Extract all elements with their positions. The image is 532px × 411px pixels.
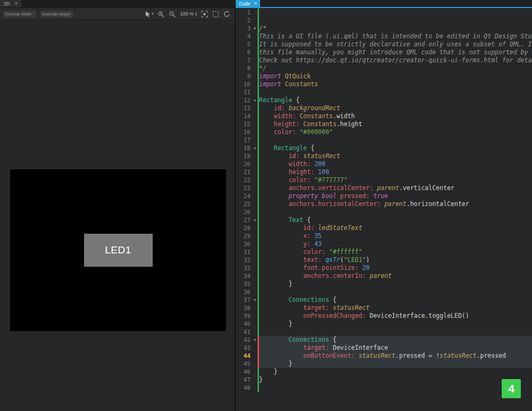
gutter-row[interactable]: 30 [236, 240, 259, 248]
code-line[interactable]: Rectangle { [259, 144, 532, 152]
line-number[interactable]: 6 [236, 49, 252, 56]
gutter-row[interactable]: 43 [236, 344, 259, 352]
line-number[interactable]: 18 [236, 145, 252, 152]
select-tool-button[interactable]: ▾ [145, 10, 154, 18]
gutter-row[interactable]: 5 [236, 40, 259, 48]
code-line[interactable]: anchors.centerIn: parent [259, 272, 532, 280]
code-line[interactable]: */ [259, 64, 532, 72]
code-line[interactable]: target: DeviceInterface [259, 344, 532, 352]
code-line[interactable] [259, 208, 532, 216]
code-line[interactable]: Connections { [259, 296, 532, 304]
code-line[interactable]: Connections { [259, 336, 532, 344]
line-number[interactable]: 4 [236, 33, 252, 40]
code-line[interactable]: width: Constants.width [259, 112, 532, 120]
gutter-row[interactable]: 44 [236, 352, 259, 360]
code-line[interactable]: color: "#ffffff" [259, 248, 532, 256]
gutter-row[interactable]: 42▾ [236, 336, 259, 344]
line-number[interactable]: 43 [236, 344, 252, 351]
line-number[interactable]: 22 [236, 177, 252, 184]
form-editor-canvas[interactable]: LED1 [0, 20, 235, 411]
line-number[interactable]: 23 [236, 185, 252, 192]
gutter-row[interactable]: 17 [236, 136, 259, 144]
line-number[interactable]: 5 [236, 41, 252, 48]
gutter-row[interactable]: 18▾ [236, 144, 259, 152]
background-rect[interactable]: LED1 [10, 169, 226, 331]
gutter-row[interactable]: 29 [236, 232, 259, 240]
gutter-row[interactable]: 25 [236, 200, 259, 208]
code-line[interactable] [259, 136, 532, 144]
code-line[interactable]: import Constants [259, 80, 532, 88]
gutter-row[interactable]: 45 [236, 360, 259, 368]
gutter-row[interactable]: 46 [236, 368, 259, 376]
line-number[interactable]: 48 [236, 384, 252, 391]
line-number[interactable]: 32 [236, 257, 252, 264]
gutter-row[interactable]: 37▾ [236, 296, 259, 304]
line-number[interactable]: 20 [236, 161, 252, 168]
gutter-row[interactable]: 32 [236, 256, 259, 264]
tab-code-close-icon[interactable]: × [254, 1, 257, 6]
zoom-in-button[interactable] [157, 10, 164, 18]
gutter-row[interactable]: 8 [236, 64, 259, 72]
zoom-selection-button[interactable] [212, 10, 219, 18]
code-line[interactable]: This is a UI file (.ui.qml) that is inte… [259, 32, 532, 40]
gutter-row[interactable]: 9 [236, 72, 259, 80]
gutter-row[interactable]: 1 [236, 9, 259, 17]
code-line[interactable]: } [259, 368, 532, 376]
gutter-row[interactable]: 27▾ [236, 216, 259, 224]
gutter-row[interactable]: 36 [236, 288, 259, 296]
gutter-row[interactable]: 40 [236, 320, 259, 328]
line-number[interactable]: 19 [236, 153, 252, 160]
code-line[interactable]: /* [259, 24, 532, 32]
line-number[interactable]: 13 [236, 105, 252, 112]
code-line[interactable] [259, 288, 532, 296]
code-line[interactable] [259, 9, 532, 17]
line-number[interactable]: 39 [236, 313, 252, 319]
code-line[interactable]: property bool pressed: true [259, 192, 532, 200]
gutter-row[interactable]: 6 [236, 48, 259, 56]
gutter-row[interactable]: 16 [236, 128, 259, 136]
gutter-row[interactable]: 39 [236, 312, 259, 320]
code-line[interactable]: onPressedChanged: DeviceInterface.toggle… [259, 312, 532, 320]
zoom-level-select[interactable]: 100 % ▴▾ [180, 11, 197, 17]
line-number[interactable]: 35 [236, 281, 252, 287]
line-number[interactable]: 12 [236, 97, 252, 104]
code-line[interactable] [259, 17, 532, 24]
code-line[interactable]: Text { [259, 216, 532, 224]
code-lines[interactable]: /*This is a UI file (.ui.qml) that is in… [259, 8, 532, 411]
reset-view-button[interactable] [223, 10, 230, 18]
line-number[interactable]: 15 [236, 121, 252, 128]
tab-2d-close-icon[interactable]: × [15, 1, 18, 6]
fold-marker-icon[interactable]: ▾ [252, 338, 257, 342]
gutter-row[interactable]: 33 [236, 264, 259, 272]
code-line[interactable]: id: backgroundRect [259, 104, 532, 112]
gutter-row[interactable]: 3▾ [236, 24, 259, 32]
status-rect[interactable]: LED1 [84, 234, 153, 267]
code-line[interactable]: anchors.verticalCenter: parent.verticalC… [259, 184, 532, 192]
line-number[interactable]: 17 [236, 137, 252, 144]
zoom-out-button[interactable] [169, 10, 176, 18]
code-line[interactable]: id: ledStateText [259, 224, 532, 232]
line-number[interactable]: 28 [236, 225, 252, 232]
code-line[interactable]: id: statusRect [259, 152, 532, 160]
gutter-row[interactable]: 11 [236, 88, 259, 96]
gutter-row[interactable]: 23 [236, 184, 259, 192]
code-line[interactable]: } [259, 320, 532, 328]
line-number[interactable]: 21 [236, 169, 252, 176]
text-editor[interactable]: 123▾456789101112▾131415161718▾1920212223… [236, 8, 532, 411]
code-line[interactable]: width: 200 [259, 160, 532, 168]
gutter-row[interactable]: 2 [236, 17, 259, 24]
gutter-row[interactable]: 26 [236, 208, 259, 216]
gutter-row[interactable]: 20 [236, 160, 259, 168]
code-line[interactable]: height: 100 [259, 168, 532, 176]
override-height-input[interactable] [40, 10, 74, 18]
code-line[interactable]: } [259, 376, 532, 384]
code-line[interactable]: onButtonEvent: statusRect.pressed = !sta… [259, 352, 532, 360]
code-line[interactable]: target: statusRect [259, 304, 532, 312]
gutter-row[interactable]: 15 [236, 120, 259, 128]
line-number[interactable]: 14 [236, 113, 252, 120]
line-number[interactable]: 40 [236, 320, 252, 327]
line-number[interactable]: 7 [236, 57, 252, 64]
code-line[interactable]: height: Constants.height [259, 120, 532, 128]
gutter-row[interactable]: 22 [236, 176, 259, 184]
line-number[interactable]: 27 [236, 217, 252, 224]
